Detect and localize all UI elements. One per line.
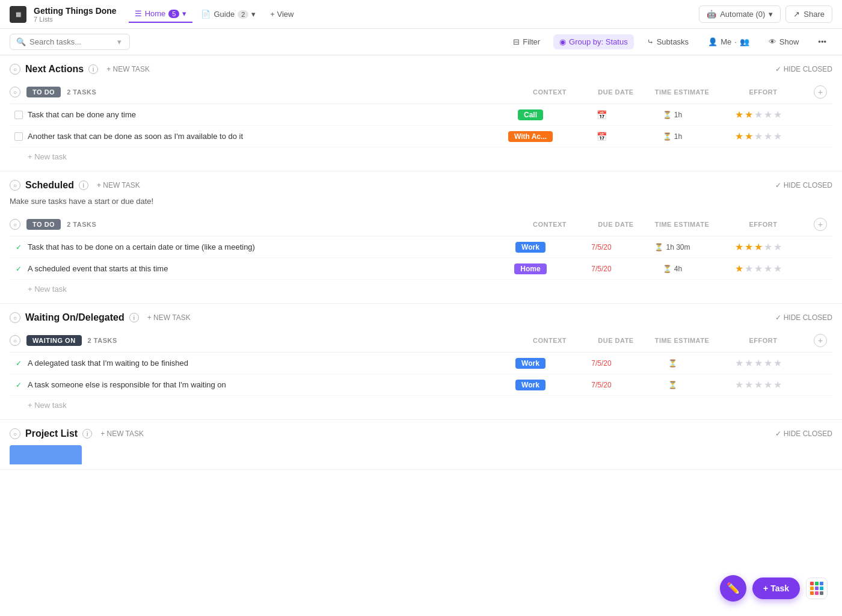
status-count-waiting: 2 TASKS (88, 337, 117, 344)
hourglass-icon: ⏳ (654, 243, 663, 251)
filter-label: Filter (523, 37, 540, 46)
task-check-done[interactable]: ✓ (14, 381, 23, 389)
hourglass-icon: ⏳ (668, 381, 677, 389)
table-row: Task that can be done any time Call 📅 ⏳ … (10, 104, 832, 126)
hide-closed-waiting-on[interactable]: ✓ HIDE CLOSED (775, 313, 832, 322)
task-check-done[interactable]: ✓ (14, 359, 23, 368)
task-check-done[interactable]: ✓ (14, 265, 23, 273)
share-label: Share (804, 10, 825, 19)
section-project-list-info[interactable]: i (82, 429, 92, 439)
star-1: ★ (735, 379, 743, 390)
nav-home-badge: 5 (168, 10, 179, 18)
hourglass-icon: ⏳ (663, 265, 672, 273)
task-context: With Ac... (494, 131, 567, 142)
section-waiting-on-info[interactable]: i (129, 313, 139, 322)
context-tag-work[interactable]: Work (515, 242, 545, 253)
star-1: ★ (735, 131, 743, 142)
add-col-1[interactable]: + (814, 85, 827, 99)
search-input[interactable] (29, 37, 114, 46)
section-scheduled-title: Scheduled (25, 180, 74, 191)
task-duedate: 7/5/20 (571, 243, 632, 251)
col-header-effort-2: EFFORT (718, 221, 808, 228)
fab-task-button[interactable]: + Task (752, 578, 800, 599)
status-group-scheduled-todo: ○ TO DO 2 TASKS CONTEXT DUE DATE TIME ES… (10, 213, 832, 298)
status-group-waiting: ○ WAITING ON 2 TASKS CONTEXT DUE DATE TI… (10, 329, 832, 414)
subtasks-icon: ⤷ (647, 37, 654, 46)
task-effort: ★ ★ ★ ★ ★ (713, 241, 804, 253)
star-4: ★ (764, 131, 772, 142)
search-chevron: ▾ (117, 37, 121, 46)
section-scheduled-header: ○ Scheduled i + NEW TASK ✓ HIDE CLOSED (0, 171, 842, 197)
section-waiting-on-new-task[interactable]: + NEW TASK (144, 312, 194, 323)
stars: ★ ★ ★ ★ ★ (713, 131, 804, 142)
context-tag-call[interactable]: Call (518, 109, 543, 120)
new-task-button-2[interactable]: + New task (10, 280, 832, 298)
context-tag-work[interactable]: Work (515, 380, 545, 390)
col-header-duedate-3: DUE DATE (586, 337, 646, 344)
context-tag-home[interactable]: Home (514, 263, 546, 274)
subtasks-button[interactable]: ⤷ Subtasks (641, 34, 695, 49)
table-row: ✓ A task someone else is responsible for… (10, 374, 832, 396)
filter-button[interactable]: ⊟ Filter (507, 34, 546, 49)
status-count-2: 2 TASKS (67, 221, 96, 228)
me-button[interactable]: 👤 Me · 👥 (702, 34, 755, 49)
collapse-waiting-on[interactable]: ○ (10, 312, 20, 323)
section-project-list-new-task[interactable]: + NEW TASK (97, 428, 147, 439)
section-next-actions-info[interactable]: i (88, 64, 98, 74)
nav-home[interactable]: ☰ Home 5 ▾ (129, 5, 193, 23)
section-scheduled-info[interactable]: i (79, 180, 88, 190)
task-timeest: ⏳ 1h (636, 111, 708, 119)
add-col-2[interactable]: + (814, 218, 827, 231)
task-context: Work (494, 358, 567, 369)
status-count-1: 2 TASKS (67, 88, 96, 96)
section-next-actions-new-task[interactable]: + NEW TASK (103, 64, 153, 75)
col-header-effort-3: EFFORT (718, 337, 808, 344)
hide-closed-label: HIDE CLOSED (784, 430, 832, 438)
nav-guide[interactable]: 📄 Guide 2 ▾ (195, 6, 262, 22)
search-box[interactable]: 🔍 ▾ (10, 34, 130, 50)
automate-label: Automate (0) (720, 10, 765, 19)
group-by-button[interactable]: ◉ Group by: Status (553, 34, 634, 49)
show-button[interactable]: 👁 Show (763, 34, 805, 49)
collapse-scheduled[interactable]: ○ (10, 180, 20, 191)
task-checkbox[interactable] (14, 111, 23, 119)
nav-home-label: Home (145, 9, 166, 18)
task-check-done[interactable]: ✓ (14, 243, 23, 251)
nav-view[interactable]: + View (264, 6, 300, 22)
fab-grid-button[interactable] (806, 578, 828, 599)
task-checkbox[interactable] (14, 132, 23, 141)
stars: ★ ★ ★ ★ ★ (713, 241, 804, 253)
collapse-project-list[interactable]: ○ (10, 428, 20, 439)
table-row: ✓ Task that has to be done on a certain … (10, 236, 832, 258)
timeest-value: 1h 30m (666, 243, 690, 251)
collapse-todo-2[interactable]: ○ (10, 219, 20, 230)
fab-edit-button[interactable]: ✏️ (720, 575, 746, 602)
subtasks-label: Subtasks (657, 37, 689, 46)
star-1: ★ (735, 357, 743, 369)
hide-closed-next-actions[interactable]: ✓ HIDE CLOSED (775, 65, 832, 73)
context-tag-withac[interactable]: With Ac... (508, 131, 553, 142)
checkmark-icon: ✓ (775, 313, 781, 322)
section-project-list: ○ Project List i + NEW TASK ✓ HIDE CLOSE… (0, 420, 842, 470)
collapse-next-actions[interactable]: ○ (10, 64, 20, 75)
collapse-todo-1[interactable]: ○ (10, 87, 20, 97)
task-context: Work (494, 380, 567, 390)
hide-closed-scheduled[interactable]: ✓ HIDE CLOSED (775, 181, 832, 189)
task-name: A delegated task that I'm waiting to be … (28, 359, 490, 368)
context-tag-work[interactable]: Work (515, 358, 545, 369)
new-task-button-1[interactable]: + New task (10, 147, 832, 166)
stars: ★ ★ ★ ★ ★ (713, 263, 804, 274)
hourglass-icon: ⏳ (663, 132, 672, 141)
add-col-3[interactable]: + (814, 334, 827, 347)
section-scheduled-description: Make sure tasks have a start or due date… (0, 197, 842, 213)
new-task-button-3[interactable]: + New task (10, 396, 832, 414)
star-5: ★ (773, 263, 782, 274)
hide-closed-label: HIDE CLOSED (784, 65, 832, 73)
share-button[interactable]: ↗ Share (785, 5, 832, 23)
group-by-icon: ◉ (559, 37, 566, 46)
hide-closed-project-list[interactable]: ✓ HIDE CLOSED (775, 430, 832, 438)
automate-button[interactable]: 🤖 Automate (0) ▾ (699, 5, 781, 23)
more-button[interactable]: ••• (812, 34, 832, 49)
section-scheduled-new-task[interactable]: + NEW TASK (93, 180, 144, 191)
collapse-waiting[interactable]: ○ (10, 335, 20, 346)
